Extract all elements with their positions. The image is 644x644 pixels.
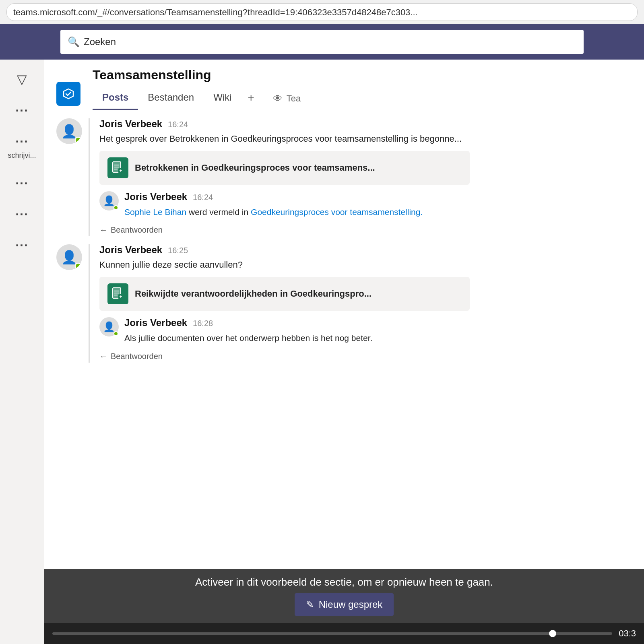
sidebar-dots-4: ··· bbox=[15, 238, 29, 253]
attachment-1-svg bbox=[111, 161, 125, 175]
reply-body-2: Joris Verbeek 16:28 Als jullie documente… bbox=[124, 317, 632, 345]
subtitle-text: Activeer in dit voorbeeld de sectie, om … bbox=[56, 576, 632, 588]
video-time: 03:3 bbox=[619, 628, 636, 638]
sidebar-item-schrijvi[interactable]: ··· schrijvi... bbox=[8, 134, 36, 160]
reply-1-header: Joris Verbeek 16:24 bbox=[124, 191, 632, 202]
mention-sophie[interactable]: Sophie Le Bihan bbox=[124, 207, 186, 217]
message-1-author: Joris Verbeek bbox=[99, 118, 162, 130]
sidebar-item-2[interactable]: ··· bbox=[15, 176, 29, 191]
reply-message-1: 👤 Joris Verbeek 16:24 Sophie bbox=[99, 191, 632, 219]
avatar-joris-2: 👤 bbox=[56, 244, 82, 270]
reply-1-author: Joris Verbeek bbox=[124, 191, 187, 202]
beantwoorden-btn-2[interactable]: ← Beantwoorden bbox=[99, 350, 632, 363]
tab-posts[interactable]: Posts bbox=[93, 86, 138, 110]
message-2-text: Kunnen jullie deze sectie aanvullen? bbox=[99, 259, 632, 271]
attachment-2-icon bbox=[107, 283, 128, 304]
tab-wiki[interactable]: Wiki bbox=[204, 86, 241, 110]
avatar-joris-1: 👤 bbox=[56, 118, 82, 144]
status-dot-1 bbox=[75, 137, 81, 143]
sidebar-dots-1: ··· bbox=[15, 103, 29, 118]
address-bar[interactable]: teams.microsoft.com/_#/conversations/Tea… bbox=[6, 3, 638, 21]
conversation-2-body: Joris Verbeek 16:25 Kunnen jullie deze s… bbox=[89, 244, 632, 362]
progress-track[interactable] bbox=[52, 632, 612, 635]
status-dot-2 bbox=[75, 263, 81, 269]
reply-2-time: 16:28 bbox=[193, 319, 213, 328]
avatar-person-1: 👤 bbox=[61, 124, 77, 139]
reply-2-header: Joris Verbeek 16:28 bbox=[124, 317, 632, 328]
channel-content: Teamsamenstelling Posts Bestanden Wiki +… bbox=[44, 60, 644, 644]
channel-name: Teamsamenstelling bbox=[93, 68, 211, 83]
video-bottom-bar: 03:3 bbox=[44, 623, 644, 644]
sidebar-dots-3: ··· bbox=[15, 207, 29, 222]
search-icon: 🔍 bbox=[68, 36, 80, 47]
reply-avatar-person-1: 👤 bbox=[103, 195, 115, 206]
beantwoorden-btn-1[interactable]: ← Beantwoorden bbox=[99, 224, 632, 236]
sidebar-dots-2: ··· bbox=[15, 176, 29, 191]
reply-section-1: 👤 Joris Verbeek 16:24 Sophie bbox=[99, 191, 632, 219]
message-1-header: Joris Verbeek 16:24 bbox=[99, 118, 632, 130]
beantwoorden-label-2: Beantwoorden bbox=[111, 352, 163, 361]
beantwoorden-label-1: Beantwoorden bbox=[111, 225, 163, 235]
message-2-header: Joris Verbeek 16:25 bbox=[99, 244, 632, 256]
sidebar-item-1[interactable]: ··· bbox=[15, 103, 29, 118]
search-bar: 🔍 Zoeken bbox=[0, 24, 644, 60]
attachment-1[interactable]: Betrokkenen in Goedkeuringsproces voor t… bbox=[99, 151, 470, 185]
reply-arrow-2: ← bbox=[99, 352, 107, 361]
sidebar-label-schrijvi: schrijvi... bbox=[8, 151, 36, 160]
channel-logo bbox=[56, 82, 80, 106]
teams-main: ▽ ··· ··· schrijvi... ··· ··· ··· bbox=[0, 60, 644, 644]
message-2-time: 16:25 bbox=[168, 246, 188, 255]
attachment-2-title: Reikwijdte verantwoordelijkheden in Goed… bbox=[135, 289, 372, 299]
sidebar-dots-schrijvi: ··· bbox=[15, 134, 29, 149]
reply-1-link[interactable]: Goedkeuringsproces voor teamsamenstellin… bbox=[251, 207, 423, 217]
conversation-1-body: Joris Verbeek 16:24 Het gesprek over Bet… bbox=[89, 118, 632, 236]
conversation-1: 👤 Joris Verbeek 16:24 Het gesprek over B… bbox=[56, 118, 632, 236]
reply-message-2: 👤 Joris Verbeek 16:28 Als jullie documen… bbox=[99, 317, 632, 345]
reply-1-text: Sophie Le Bihan werd vermeld in Goedkeur… bbox=[124, 206, 632, 219]
new-conversation-icon: ✎ bbox=[306, 599, 314, 610]
reply-arrow-1: ← bbox=[99, 225, 107, 235]
filter-icon[interactable]: ▽ bbox=[17, 72, 27, 87]
channel-name-row: Teamsamenstelling bbox=[93, 68, 261, 86]
reply-section-2: 👤 Joris Verbeek 16:28 Als jullie documen… bbox=[99, 317, 632, 345]
tab-add-button[interactable]: + bbox=[241, 86, 260, 110]
tab-bestanden[interactable]: Bestanden bbox=[138, 86, 204, 110]
reply-1-time: 16:24 bbox=[193, 193, 213, 202]
reply-avatar-1: 👤 bbox=[99, 191, 119, 211]
teams-app: 🔍 Zoeken ▽ ··· ··· schrijvi... ··· ··· ·… bbox=[0, 24, 644, 644]
reply-avatar-2: 👤 bbox=[99, 317, 119, 336]
sidebar-item-4[interactable]: ··· bbox=[15, 238, 29, 253]
left-sidebar: ▽ ··· ··· schrijvi... ··· ··· ··· bbox=[0, 60, 44, 644]
attachment-2[interactable]: Reikwijdte verantwoordelijkheden in Goed… bbox=[99, 277, 470, 311]
conversation-2: 👤 Joris Verbeek 16:25 Kunnen jullie deze… bbox=[56, 244, 632, 362]
message-1-text: Het gesprek over Betrokkenen in Goedkeur… bbox=[99, 133, 632, 145]
channel-title-group: Teamsamenstelling Posts Bestanden Wiki + bbox=[93, 68, 261, 110]
conversation-2-left: 👤 bbox=[56, 244, 89, 362]
message-2-author: Joris Verbeek bbox=[99, 244, 162, 256]
new-conversation-label: Nieuw gesprek bbox=[319, 599, 383, 610]
attachment-2-svg bbox=[111, 287, 125, 301]
message-1-time: 16:24 bbox=[168, 120, 188, 129]
channel-header-right: 👁 Tea bbox=[273, 93, 301, 104]
progress-thumb[interactable] bbox=[549, 630, 556, 637]
channel-logo-icon bbox=[60, 86, 76, 102]
new-conversation-button[interactable]: ✎ Nieuw gesprek bbox=[295, 593, 394, 616]
sidebar-item-3[interactable]: ··· bbox=[15, 207, 29, 222]
header-right-text: Tea bbox=[287, 93, 301, 104]
conversation-1-left: 👤 bbox=[56, 118, 89, 236]
reply-status-dot-2 bbox=[114, 331, 118, 336]
attachment-1-title: Betrokkenen in Goedkeuringsproces voor t… bbox=[135, 163, 375, 173]
time-display: 03:3 bbox=[619, 628, 636, 639]
bottom-area: Activeer in dit voorbeeld de sectie, om … bbox=[44, 569, 644, 623]
search-input-wrapper[interactable]: 🔍 Zoeken bbox=[60, 30, 584, 54]
attachment-1-icon bbox=[107, 157, 128, 178]
reply-1-werd: werd vermeld in bbox=[189, 207, 251, 217]
reply-status-dot-1 bbox=[114, 205, 118, 210]
channel-tabs: Posts Bestanden Wiki + bbox=[93, 86, 261, 110]
browser-chrome: teams.microsoft.com/_#/conversations/Tea… bbox=[0, 0, 644, 24]
search-placeholder: Zoeken bbox=[84, 36, 116, 47]
avatar-person-2: 👤 bbox=[61, 250, 77, 265]
reply-avatar-person-2: 👤 bbox=[103, 321, 115, 332]
reply-2-author: Joris Verbeek bbox=[124, 317, 187, 328]
eye-icon: 👁 bbox=[273, 93, 283, 104]
